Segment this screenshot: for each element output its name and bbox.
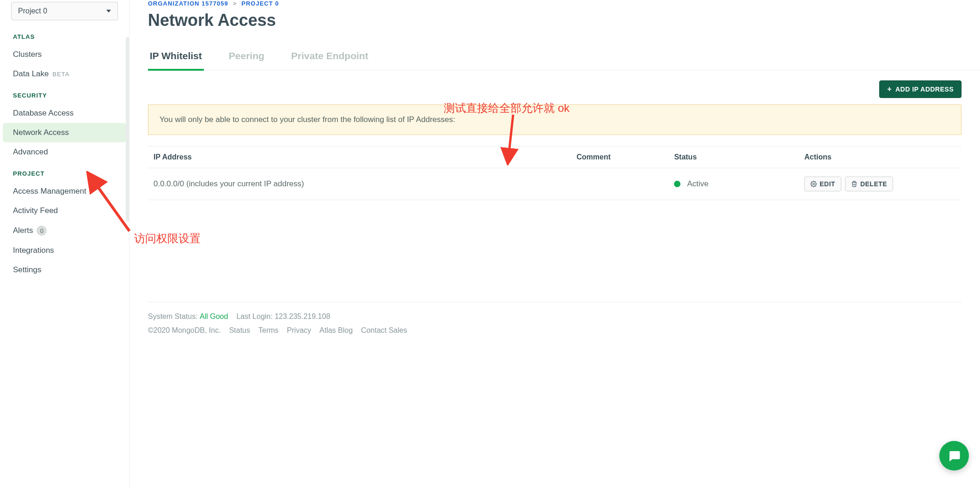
sidebar-item-database-access[interactable]: Database Access [0,104,129,123]
alerts-count-badge: 0 [37,226,47,236]
sidebar-item-label: Alerts [13,226,33,235]
delete-button[interactable]: DELETE [845,177,893,191]
footer-link-terms[interactable]: Terms [258,326,279,335]
tab-private-endpoint[interactable]: Private Endpoint [289,44,370,71]
sidebar-item-clusters[interactable]: Clusters [0,45,129,64]
sidebar-item-label: Activity Feed [13,206,58,215]
footer-link-privacy[interactable]: Privacy [287,326,311,335]
sidebar-item-label: Integrations [13,246,54,255]
footer-link-status[interactable]: Status [229,326,250,335]
sidebar-item-advanced[interactable]: Advanced [0,142,129,162]
tabs: IP Whitelist Peering Private Endpoint [148,44,980,70]
edit-button[interactable]: EDIT [804,177,841,191]
sidebar-item-data-lake[interactable]: Data Lake BETA [0,64,129,84]
gear-icon [810,181,817,187]
table-header-actions: Actions [799,147,962,168]
sidebar-item-label: Access Management [13,187,86,196]
table-header-comment: Comment [571,147,668,168]
page-title: Network Access [148,11,980,30]
project-selector[interactable]: Project 0 [11,2,118,20]
sidebar-item-access-management[interactable]: Access Management [0,182,129,201]
section-heading-atlas: ATLAS [0,33,129,40]
copyright: ©2020 MongoDB, Inc. [148,326,221,335]
chat-icon [947,449,961,463]
cell-ip: 0.0.0.0/0 (includes your current IP addr… [148,168,571,200]
last-login-value: 123.235.219.108 [275,312,330,320]
sidebar-item-label: Data Lake [13,69,49,79]
cell-status: Active [668,168,799,200]
sidebar-item-label: Database Access [13,109,74,118]
chat-fab-button[interactable] [939,441,969,471]
main-content: ORGANIZATION 1577059 > PROJECT 0 Network… [129,0,980,489]
trash-icon [851,181,858,187]
sidebar-item-integrations[interactable]: Integrations [0,241,129,260]
ip-whitelist-table: IP Address Comment Status Actions 0.0.0.… [148,146,962,200]
breadcrumb-separator: > [233,0,237,7]
beta-badge: BETA [53,71,70,78]
system-status-label: System Status: [148,312,198,320]
add-ip-address-button[interactable]: + ADD IP ADDRESS [879,80,962,98]
last-login-label: Last Login: [236,312,272,320]
sidebar-item-activity-feed[interactable]: Activity Feed [0,201,129,220]
scrollbar[interactable] [126,37,129,222]
delete-button-label: DELETE [860,180,887,188]
toolbar: + ADD IP ADDRESS [148,80,962,98]
tab-peering[interactable]: Peering [227,44,266,71]
plus-icon: + [887,86,892,93]
table-header-ip: IP Address [148,147,571,168]
footer: System Status: All Good Last Login: 123.… [148,302,962,359]
status-text: Active [687,179,708,189]
breadcrumb: ORGANIZATION 1577059 > PROJECT 0 [148,0,980,7]
sidebar-item-label: Clusters [13,50,42,59]
footer-link-atlas-blog[interactable]: Atlas Blog [319,326,353,335]
tab-ip-whitelist[interactable]: IP Whitelist [148,44,204,71]
status-dot-icon [674,181,680,187]
sidebar-item-label: Advanced [13,147,48,157]
sidebar-item-label: Settings [13,265,41,275]
edit-button-label: EDIT [820,180,835,188]
chevron-down-icon [106,10,111,12]
breadcrumb-org[interactable]: ORGANIZATION 1577059 [148,0,228,7]
system-status-value: All Good [200,312,228,320]
section-heading-project: PROJECT [0,170,129,177]
svg-point-0 [813,183,815,185]
breadcrumb-project[interactable]: PROJECT 0 [241,0,279,7]
cell-comment [571,168,668,200]
table-header-status: Status [668,147,799,168]
info-banner: You will only be able to connect to your… [148,104,962,135]
cell-actions: EDIT DELETE [799,168,962,200]
section-heading-security: SECURITY [0,92,129,99]
sidebar-item-network-access[interactable]: Network Access [3,123,126,142]
sidebar-item-alerts[interactable]: Alerts 0 [0,220,129,241]
project-selector-label: Project 0 [18,7,47,15]
add-button-label: ADD IP ADDRESS [895,86,954,93]
table-row: 0.0.0.0/0 (includes your current IP addr… [148,168,962,200]
footer-link-contact-sales[interactable]: Contact Sales [361,326,407,335]
sidebar-item-label: Network Access [13,128,69,137]
sidebar-item-settings[interactable]: Settings [0,260,129,280]
sidebar: Project 0 ATLAS Clusters Data Lake BETA … [0,0,129,489]
